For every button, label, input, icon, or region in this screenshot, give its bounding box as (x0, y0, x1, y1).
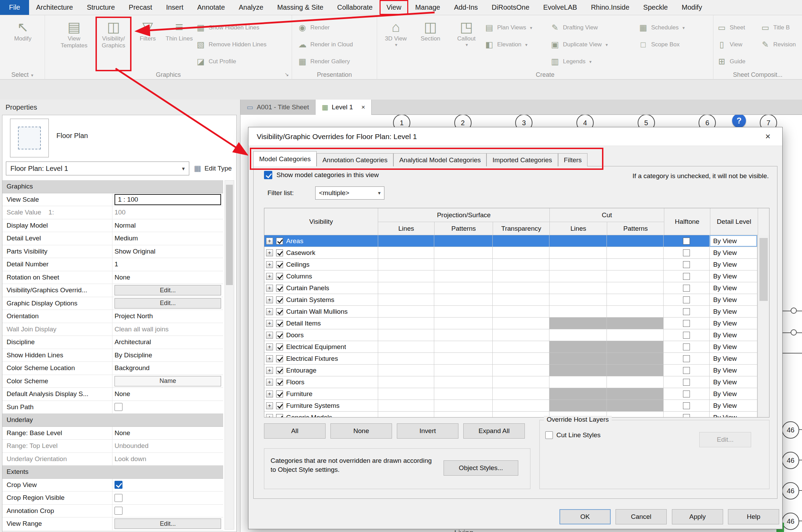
projection-lines-cell[interactable] (378, 235, 435, 247)
expand-icon[interactable]: + (266, 355, 273, 362)
halftone-cell[interactable] (664, 318, 710, 329)
category-row[interactable]: + Floors By View (264, 376, 757, 388)
category-row[interactable]: + Furniture By View (264, 388, 757, 400)
edit-button[interactable]: Name (115, 376, 221, 386)
expand-icon[interactable]: + (266, 391, 273, 397)
edit-button[interactable]: Edit... (115, 285, 221, 295)
projection-patterns-cell[interactable] (434, 412, 493, 417)
cut-patterns-cell[interactable] (607, 412, 664, 417)
detail-level-cell[interactable]: By View (710, 294, 757, 305)
cancel-button[interactable]: Cancel (616, 509, 667, 524)
ok-button[interactable]: OK (559, 509, 611, 524)
category-checkbox[interactable] (276, 391, 283, 397)
halftone-cell[interactable] (664, 306, 710, 317)
visibility-cell[interactable]: + Detail Items (264, 318, 378, 329)
ribbon-tab[interactable]: View (380, 0, 408, 15)
ribbon-button[interactable]: ▭ Sheet (717, 21, 745, 35)
property-value[interactable]: Show Original Show Original (112, 245, 223, 258)
cut-lines-cell[interactable] (549, 388, 607, 400)
halftone-cell[interactable] (664, 376, 710, 388)
cut-lines-cell[interactable] (549, 400, 607, 411)
cut-lines-cell[interactable] (549, 235, 607, 247)
cut-patterns-cell[interactable] (607, 329, 664, 341)
ribbon-tab[interactable]: Rhino.Inside (584, 0, 636, 15)
property-value[interactable]: Normal Normal (112, 219, 223, 232)
projection-patterns-cell[interactable] (434, 306, 493, 317)
property-value[interactable]: Background Background (112, 362, 223, 375)
detail-level-cell[interactable]: By View (710, 247, 757, 258)
halftone-checkbox[interactable] (683, 402, 690, 409)
category-checkbox[interactable] (276, 261, 283, 268)
property-checkbox[interactable] (115, 403, 122, 411)
category-row[interactable]: + Doors By View (264, 329, 757, 341)
detail-level-cell[interactable]: By View (710, 270, 757, 282)
ribbon-button[interactable]: ⌂ 3D View ▾ (381, 18, 411, 70)
ribbon-tab[interactable]: File (0, 0, 29, 15)
dialog-tab[interactable]: Model Categories (253, 151, 317, 166)
halftone-cell[interactable] (664, 329, 710, 341)
ribbon-tab[interactable]: Add-Ins (447, 0, 485, 15)
detail-level-cell[interactable]: By View (710, 329, 757, 341)
property-value[interactable]: Name Name (112, 375, 223, 388)
projection-lines-cell[interactable] (378, 341, 435, 352)
ribbon-button[interactable]: □ Scope Box (638, 38, 685, 52)
projection-patterns-cell[interactable] (434, 282, 493, 294)
halftone-cell[interactable] (664, 365, 710, 376)
cut-lines-cell[interactable] (549, 282, 607, 294)
visibility-cell[interactable]: + Floors (264, 376, 378, 388)
dialog-tab[interactable]: Filters (558, 153, 588, 166)
projection-lines-cell[interactable] (378, 329, 435, 341)
ribbon-tab[interactable]: Insert (159, 0, 190, 15)
help-button[interactable]: Help (728, 509, 779, 524)
category-row[interactable]: + Entourage By View (264, 365, 757, 376)
filter-list-dropdown[interactable]: <multiple> ▾ (315, 186, 384, 200)
projection-patterns-cell[interactable] (434, 400, 493, 411)
visibility-cell[interactable]: + Electrical Equipment (264, 341, 378, 352)
halftone-checkbox[interactable] (683, 285, 690, 292)
ribbon-button[interactable]: ▣ Duplicate View ▾ (550, 38, 608, 52)
visibility-cell[interactable]: + Furniture Systems (264, 400, 378, 411)
visibility-cell[interactable]: + Furniture (264, 388, 378, 400)
cut-patterns-cell[interactable] (607, 388, 664, 400)
projection-patterns-cell[interactable] (434, 259, 493, 270)
projection-lines-cell[interactable] (378, 247, 435, 258)
category-checkbox[interactable] (276, 296, 283, 303)
property-value[interactable]: 100 100 (112, 206, 223, 219)
ribbon-tab[interactable]: Collaborate (330, 0, 380, 15)
modify-button[interactable]: ↖ Modify (8, 18, 38, 70)
halftone-cell[interactable] (664, 282, 710, 294)
ribbon-button[interactable]: ◧ Elevation ▾ (484, 38, 532, 52)
detail-level-cell[interactable]: By View (710, 388, 757, 400)
properties-scrollbar[interactable] (225, 180, 234, 530)
property-value[interactable]: None None (112, 388, 223, 401)
detail-level-cell[interactable]: By View (710, 282, 757, 294)
property-value[interactable]: None None (112, 427, 223, 440)
property-value[interactable]: Project North Project North (112, 310, 223, 323)
ribbon-button[interactable]: ▯ View (717, 38, 745, 52)
ribbon-button[interactable]: ▭ Title B (760, 21, 796, 35)
transparency-cell[interactable] (493, 329, 549, 341)
halftone-cell[interactable] (664, 388, 710, 400)
expand-icon[interactable]: + (266, 296, 273, 303)
invert-button[interactable]: Invert (397, 423, 458, 439)
transparency-cell[interactable] (493, 306, 549, 317)
property-value[interactable]: 1 1 (112, 258, 223, 271)
visibility-cell[interactable]: + Columns (264, 270, 378, 282)
cut-patterns-cell[interactable] (607, 294, 664, 305)
transparency-cell[interactable] (493, 412, 549, 417)
expand-icon[interactable]: + (266, 367, 273, 374)
ribbon-button[interactable]: ≡ Thin Lines (165, 18, 193, 70)
transparency-cell[interactable] (493, 270, 549, 282)
cut-patterns-cell[interactable] (607, 376, 664, 388)
category-row[interactable]: + Ceilings By View (264, 259, 757, 270)
category-checkbox[interactable] (276, 379, 283, 386)
category-row[interactable]: + Electrical Fixtures By View (264, 353, 757, 365)
halftone-checkbox[interactable] (683, 414, 690, 418)
category-checkbox[interactable] (276, 332, 283, 339)
cut-patterns-cell[interactable] (607, 282, 664, 294)
visibility-cell[interactable]: + Curtain Panels (264, 282, 378, 294)
detail-level-cell[interactable]: By View (710, 306, 757, 317)
cut-line-styles-row[interactable]: Cut Line Styles (545, 431, 601, 439)
projection-patterns-cell[interactable] (434, 341, 493, 352)
close-icon[interactable]: × (762, 131, 774, 142)
